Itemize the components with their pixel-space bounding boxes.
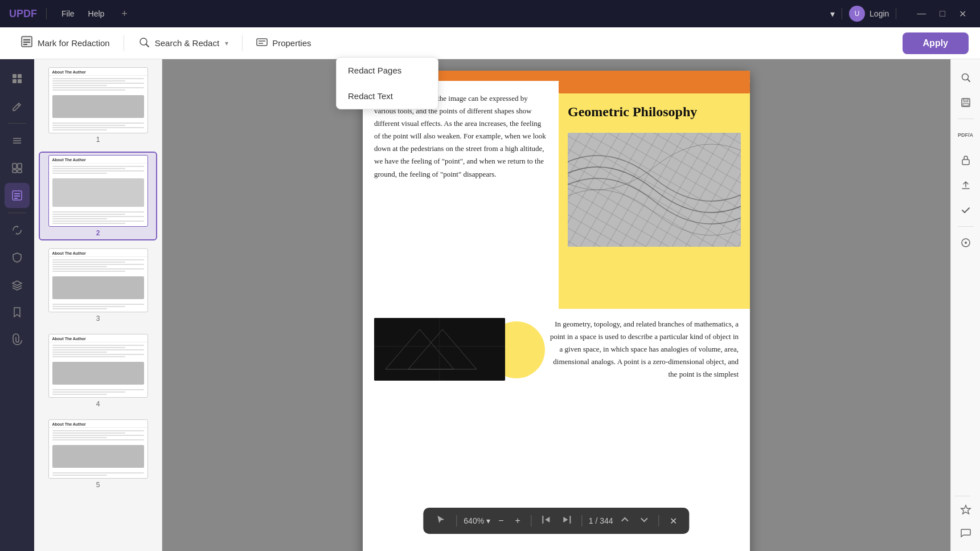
pdf-bottom-section: In geometry, topology, and related branc… — [363, 309, 750, 390]
last-page-button[interactable] — [559, 513, 575, 529]
thumbnail-4[interactable]: About The Author 4 — [39, 330, 157, 411]
page-number: 1 / 344 — [589, 516, 613, 525]
redact-text-item[interactable]: Redact Text — [337, 83, 438, 109]
viewer-area: The specific point of the image can be e… — [162, 59, 950, 551]
sidebar-convert-icon[interactable] — [5, 218, 30, 243]
thumb-card-4: About The Author — [48, 334, 148, 398]
login-button[interactable]: U Login — [849, 6, 889, 22]
logo-text: UPDF — [9, 8, 37, 20]
thumbnail-5[interactable]: About The Author 5 — [39, 416, 157, 492]
sidebar-list-icon[interactable] — [5, 128, 30, 153]
add-tab-button[interactable]: + — [121, 8, 128, 20]
mark-redaction-label: Mark for Redaction — [38, 38, 110, 48]
sidebar-sep1 — [8, 123, 26, 124]
sidebar-bookmark-icon[interactable] — [5, 300, 30, 325]
thumb-card-5: About The Author — [48, 419, 148, 479]
thumbnail-2[interactable]: About The Author 2 — [39, 152, 157, 240]
pdf-page: The specific point of the image can be e… — [363, 71, 750, 551]
sr-sep2 — [958, 226, 974, 227]
sidebar-edit-icon[interactable] — [5, 93, 30, 119]
minimize-button[interactable]: — — [912, 6, 930, 22]
sidebar-redact-icon[interactable] — [5, 183, 30, 208]
svg-rect-41 — [962, 160, 969, 165]
save2-panel-icon[interactable] — [954, 231, 977, 254]
titlebar-dropdown[interactable]: ▾ — [830, 9, 835, 19]
svg-line-37 — [967, 79, 970, 81]
main-area: About The Author 1 — [0, 59, 980, 551]
close-button[interactable]: ✕ — [954, 6, 971, 22]
thumb-header-1: About The Author — [49, 68, 147, 76]
thumb-card-1: About The Author — [48, 67, 148, 133]
login-label: Login — [870, 9, 889, 18]
lock-panel-icon[interactable] — [954, 149, 977, 172]
pdf-orange-header-bar — [559, 81, 750, 93]
sidebar-view-icon[interactable] — [5, 66, 30, 91]
search-panel-icon[interactable] — [954, 66, 977, 89]
titlebar-separator — [46, 8, 47, 19]
sidebar-pages-icon[interactable] — [5, 156, 30, 181]
svg-rect-21 — [18, 170, 22, 173]
svg-rect-7 — [257, 39, 267, 46]
bt-sep1 — [456, 515, 457, 526]
thumbnail-3[interactable]: About The Author 3 — [39, 245, 157, 326]
bt-sep3 — [581, 515, 582, 526]
help-menu-item[interactable]: Help — [83, 7, 110, 21]
svg-line-14 — [18, 104, 19, 106]
search-redact-label: Search & Redact — [155, 38, 219, 48]
zoom-in-button[interactable]: + — [511, 513, 523, 528]
upload-panel-icon[interactable] — [954, 174, 977, 197]
thumb-header-2: About The Author — [49, 156, 147, 164]
svg-rect-39 — [963, 99, 968, 101]
user-avatar: U — [849, 6, 865, 22]
search-redact-dropdown: Redact Pages Redact Text — [336, 57, 438, 109]
thumbnail-1[interactable]: About The Author 1 — [39, 64, 157, 147]
pdf-left-column: The specific point of the image can be e… — [363, 81, 559, 309]
thumb-number-3: 3 — [96, 315, 100, 323]
sidebar-layers-icon[interactable] — [5, 272, 30, 297]
svg-rect-12 — [13, 79, 17, 83]
properties-label: Properties — [272, 38, 311, 48]
thumb-number-2: 2 — [96, 229, 100, 237]
zoom-dropdown-arrow[interactable]: ▾ — [486, 516, 490, 525]
file-menu-item[interactable]: File — [56, 7, 80, 21]
titlebar: UPDF File Help + ▾ U Login — □ ✕ — [0, 0, 980, 27]
svg-line-6 — [146, 44, 149, 47]
save-panel-icon[interactable] — [954, 91, 977, 114]
mark-for-redaction-button[interactable]: Mark for Redaction — [11, 31, 119, 55]
titlebar-right: ▾ U Login — □ ✕ — [830, 6, 971, 22]
zoom-value: 640% — [464, 516, 484, 525]
cursor-tool-button[interactable] — [432, 512, 449, 529]
redact-pages-item[interactable]: Redact Pages — [337, 58, 438, 83]
first-page-button[interactable] — [538, 513, 554, 529]
properties-button[interactable]: Properties — [247, 32, 320, 54]
sidebar-attach-icon[interactable] — [5, 327, 30, 352]
pdf-right-column: Geometric Philosophy — [559, 81, 750, 309]
check-panel-icon[interactable] — [954, 199, 977, 222]
prev-page-button[interactable] — [618, 513, 633, 528]
sidebar-right: PDF/A — [950, 59, 980, 551]
search-redact-button[interactable]: Search & Redact ▾ — [129, 31, 237, 55]
svg-point-43 — [965, 242, 967, 244]
titlebar-sep2 — [896, 8, 896, 19]
next-page-button[interactable] — [637, 513, 652, 528]
maximize-button[interactable]: □ — [935, 6, 950, 22]
svg-rect-19 — [18, 164, 22, 169]
sidebar-sep2 — [8, 213, 26, 213]
zoom-out-button[interactable]: − — [495, 513, 507, 528]
pdf-main-content: The specific point of the image can be e… — [363, 81, 750, 309]
thumb-number-5: 5 — [96, 481, 100, 489]
close-bottom-toolbar-button[interactable]: ✕ — [666, 513, 680, 529]
properties-icon — [256, 36, 268, 50]
toolbar-divider1 — [124, 35, 124, 51]
svg-rect-11 — [18, 74, 22, 78]
window-controls: — □ ✕ — [912, 6, 971, 22]
apply-button[interactable]: Apply — [903, 32, 969, 54]
comment-panel-icon[interactable] — [954, 521, 977, 544]
bt-sep2 — [531, 515, 531, 526]
sidebar-protect-icon[interactable] — [5, 245, 30, 270]
pdf-a-icon[interactable]: PDF/A — [954, 124, 977, 146]
star-panel-icon[interactable] — [954, 499, 977, 521]
page-display: 1 / 344 — [589, 516, 613, 525]
search-redact-dropdown-arrow: ▾ — [225, 39, 228, 47]
thumb-header-3: About The Author — [49, 249, 147, 257]
